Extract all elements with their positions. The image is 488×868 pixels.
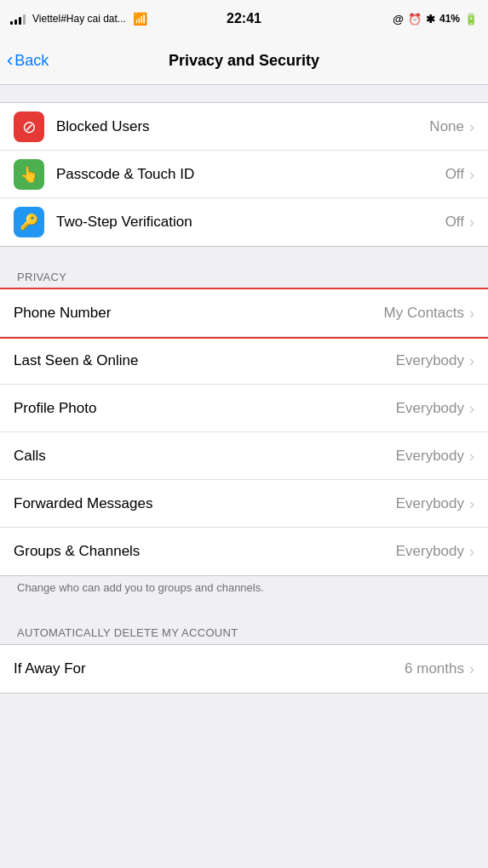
calls-label: Calls xyxy=(14,448,396,465)
status-left: Viettel#Hay cai dat... 📶 xyxy=(10,12,147,26)
security-section: ⊘ Blocked Users None › 👆 Passcode & Touc… xyxy=(0,102,488,247)
back-chevron-icon: ‹ xyxy=(7,51,13,70)
blocked-users-chevron-icon: › xyxy=(469,119,474,134)
back-button[interactable]: ‹ Back xyxy=(7,52,49,70)
at-icon: @ xyxy=(393,13,404,26)
carrier-label: Viettel#Hay cai dat... xyxy=(32,13,126,25)
signal-icon xyxy=(10,13,26,25)
privacy-section-footer: Change who can add you to groups and cha… xyxy=(0,576,488,602)
auto-delete-section-header: AUTOMATICALLY DELETE MY ACCOUNT xyxy=(0,620,488,644)
battery-icon: 🔋 xyxy=(464,13,478,26)
forwarded-messages-value: Everybody xyxy=(396,495,464,512)
security-list: ⊘ Blocked Users None › 👆 Passcode & Touc… xyxy=(0,102,488,247)
back-label: Back xyxy=(14,52,49,70)
privacy-section: PRIVACY Phone Number My Contacts › Last … xyxy=(0,264,488,602)
blocked-users-label: Blocked Users xyxy=(56,118,429,135)
list-item-passcode[interactable]: 👆 Passcode & Touch ID Off › xyxy=(0,151,488,198)
blocked-users-value: None xyxy=(429,118,464,135)
last-seen-label: Last Seen & Online xyxy=(14,352,396,369)
forwarded-messages-label: Forwarded Messages xyxy=(14,495,396,512)
battery-label: 41% xyxy=(439,13,460,25)
list-item-groups-channels[interactable]: Groups & Channels Everybody › xyxy=(0,528,488,575)
groups-channels-label: Groups & Channels xyxy=(14,543,396,560)
list-item-two-step[interactable]: 🔑 Two-Step Verification Off › xyxy=(0,198,488,246)
status-bar: Viettel#Hay cai dat... 📶 22:41 @ ⏰ ✱ 41%… xyxy=(0,0,488,37)
passcode-icon: 👆 xyxy=(14,159,44,190)
alarm-icon: ⏰ xyxy=(408,13,422,26)
list-item-phone-number[interactable]: Phone Number My Contacts › xyxy=(0,289,488,337)
passcode-label: Passcode & Touch ID xyxy=(56,166,445,183)
groups-channels-value: Everybody xyxy=(396,543,464,560)
auto-delete-section: AUTOMATICALLY DELETE MY ACCOUNT If Away … xyxy=(0,620,488,694)
bluetooth-icon: ✱ xyxy=(426,13,435,26)
list-item-if-away-for[interactable]: If Away For 6 months › xyxy=(0,645,488,693)
nav-bar: ‹ Back Privacy and Security xyxy=(0,37,488,85)
wifi-icon: 📶 xyxy=(133,12,147,26)
two-step-value: Off xyxy=(445,214,464,231)
two-step-icon: 🔑 xyxy=(14,207,44,237)
if-away-for-label: If Away For xyxy=(14,660,405,677)
blocked-users-icon: ⊘ xyxy=(14,111,44,142)
if-away-for-chevron-icon: › xyxy=(469,661,474,677)
passcode-value: Off xyxy=(445,166,464,183)
status-right: @ ⏰ ✱ 41% 🔋 xyxy=(393,13,478,26)
list-item-blocked-users[interactable]: ⊘ Blocked Users None › xyxy=(0,103,488,151)
last-seen-chevron-icon: › xyxy=(469,353,474,368)
list-item-forwarded-messages[interactable]: Forwarded Messages Everybody › xyxy=(0,480,488,528)
list-item-calls[interactable]: Calls Everybody › xyxy=(0,432,488,480)
passcode-chevron-icon: › xyxy=(469,167,474,182)
two-step-chevron-icon: › xyxy=(469,214,474,230)
list-item-profile-photo[interactable]: Profile Photo Everybody › xyxy=(0,385,488,432)
forwarded-messages-chevron-icon: › xyxy=(469,496,474,511)
if-away-for-value: 6 months xyxy=(405,660,464,677)
profile-photo-value: Everybody xyxy=(396,400,464,417)
phone-number-label: Phone Number xyxy=(14,305,384,322)
page-title: Privacy and Security xyxy=(169,52,319,70)
last-seen-value: Everybody xyxy=(396,352,464,369)
list-item-last-seen[interactable]: Last Seen & Online Everybody › xyxy=(0,337,488,385)
time-label: 22:41 xyxy=(227,11,261,26)
groups-channels-chevron-icon: › xyxy=(469,544,474,559)
phone-number-value: My Contacts xyxy=(384,305,464,322)
profile-photo-chevron-icon: › xyxy=(469,401,474,416)
phone-number-chevron-icon: › xyxy=(469,306,474,321)
privacy-section-header: PRIVACY xyxy=(0,264,488,288)
two-step-label: Two-Step Verification xyxy=(56,214,445,231)
calls-value: Everybody xyxy=(396,448,464,465)
calls-chevron-icon: › xyxy=(469,448,474,464)
profile-photo-label: Profile Photo xyxy=(14,400,396,417)
auto-delete-list: If Away For 6 months › xyxy=(0,644,488,694)
privacy-list: Phone Number My Contacts › Last Seen & O… xyxy=(0,288,488,576)
